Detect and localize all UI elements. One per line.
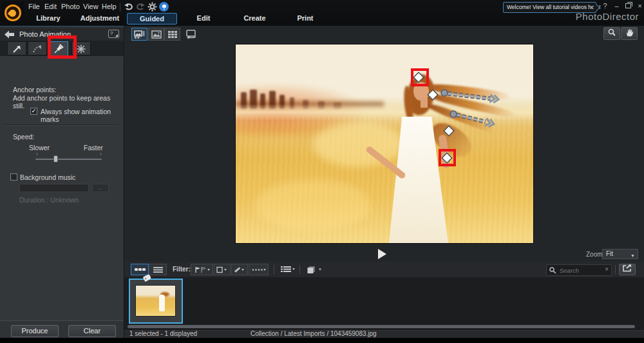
speed-label: Speed: bbox=[13, 133, 34, 141]
list-view-button[interactable] bbox=[149, 264, 167, 275]
toolbar-separator bbox=[274, 265, 274, 274]
tab-adjustment[interactable]: Adjustment bbox=[73, 13, 127, 23]
filmstrip-view-button[interactable] bbox=[131, 264, 149, 275]
back-arrow-icon[interactable] bbox=[5, 30, 15, 38]
undo-icon[interactable] bbox=[124, 2, 134, 12]
tool-tab-motion-arrow[interactable] bbox=[7, 41, 26, 55]
annotation-redbox-anchor-1 bbox=[411, 68, 429, 86]
thumbnail-figure bbox=[159, 295, 165, 311]
settings-gear-icon[interactable] bbox=[147, 2, 158, 12]
produce-button[interactable]: Produce bbox=[11, 325, 59, 337]
tab-library[interactable]: Library bbox=[26, 13, 71, 23]
menu-view[interactable]: View bbox=[80, 2, 101, 12]
toolbar-separator bbox=[120, 3, 120, 12]
notification-bell-icon[interactable] bbox=[159, 2, 169, 12]
slider-tick-right bbox=[100, 153, 101, 155]
always-show-label: Always show animation marks bbox=[41, 108, 124, 123]
background-music-checkbox[interactable] bbox=[10, 173, 17, 181]
filmstrip-toolbar: Filter: × bbox=[124, 262, 644, 277]
play-button[interactable] bbox=[378, 249, 386, 259]
search-box: × bbox=[546, 264, 612, 276]
stack-button[interactable] bbox=[304, 264, 324, 275]
close-button[interactable]: × bbox=[635, 1, 644, 11]
tool-tab-curved-motion[interactable] bbox=[28, 41, 47, 55]
view-browse-button[interactable] bbox=[131, 28, 147, 41]
file-path-status: Collection / Latest Imports / 1043459083… bbox=[251, 330, 377, 337]
search-icon bbox=[549, 266, 557, 274]
dropdown-arrow-icon: ▼ bbox=[630, 251, 635, 260]
zoom-tool-button[interactable] bbox=[603, 27, 620, 40]
separator bbox=[5, 124, 118, 126]
bell-clapper bbox=[164, 8, 165, 10]
filter-pen-button[interactable] bbox=[231, 264, 248, 275]
title-bar: File Edit Photo View Help Welcome! View … bbox=[0, 0, 644, 26]
menu-help[interactable]: Help bbox=[99, 2, 119, 12]
sort-button[interactable] bbox=[278, 264, 298, 275]
thumbnail-selected[interactable] bbox=[129, 279, 183, 324]
annotation-redbox-anchor-tool bbox=[48, 35, 77, 59]
view-photo-button[interactable] bbox=[148, 28, 164, 41]
restore-icon bbox=[625, 3, 631, 8]
browse-music-button[interactable]: ... bbox=[92, 184, 109, 192]
horizontal-scrollbar[interactable] bbox=[128, 325, 635, 328]
motion-arrow-1 bbox=[441, 90, 499, 103]
filter-label: Filter: bbox=[173, 266, 191, 273]
main-area: Zoom: Fit ▼ Filter: bbox=[124, 26, 644, 338]
background-music-label: Background music bbox=[20, 173, 75, 181]
clear-button[interactable]: Clear bbox=[68, 325, 116, 337]
search-input[interactable] bbox=[558, 266, 601, 275]
section-title: Anchor points: bbox=[13, 86, 56, 93]
speed-slider-track[interactable] bbox=[35, 159, 102, 160]
minimize-button[interactable]: – bbox=[612, 1, 621, 11]
tab-print[interactable]: Print bbox=[289, 13, 322, 23]
photo-animation-panel: Photo Animation ? Anchor points: Add anc… bbox=[0, 26, 124, 338]
view-rotate-button[interactable] bbox=[184, 29, 198, 41]
zoom-fit-dropdown[interactable]: Fit ▼ bbox=[602, 249, 638, 259]
duration-label: Duration : Unknown bbox=[19, 196, 79, 204]
app-brand-title: PhotoDirector bbox=[576, 11, 639, 22]
animation-marks-overlay[interactable] bbox=[236, 44, 533, 243]
photo-preview[interactable] bbox=[236, 44, 533, 243]
photodirector-window: File Edit Photo View Help Welcome! View … bbox=[0, 0, 644, 343]
view-grid-button[interactable] bbox=[164, 28, 180, 41]
thumbnail-image bbox=[136, 286, 175, 316]
hand-tool-button[interactable] bbox=[621, 27, 638, 40]
bell-dome bbox=[162, 5, 166, 8]
filter-label-color-button[interactable] bbox=[214, 264, 231, 275]
menu-file[interactable]: File bbox=[26, 2, 43, 12]
welcome-tooltip-text: Welcome! View all tutorial videos here! bbox=[507, 4, 601, 10]
check-icon: ✓ bbox=[32, 108, 37, 114]
search-clear-icon[interactable]: × bbox=[605, 266, 609, 273]
restore-button[interactable] bbox=[623, 1, 633, 11]
toolbar-separator bbox=[299, 265, 300, 274]
help-button[interactable]: ? bbox=[600, 1, 610, 11]
annotation-redbox-anchor-2 bbox=[439, 149, 456, 166]
app-logo-icon bbox=[1, 1, 24, 24]
redo-icon[interactable] bbox=[135, 2, 146, 12]
tab-guided-active[interactable]: Guided bbox=[127, 13, 177, 24]
speed-max-label: Faster bbox=[84, 144, 103, 152]
toolbar-separator bbox=[615, 265, 616, 274]
menu-edit[interactable]: Edit bbox=[42, 2, 59, 12]
tips-icon[interactable]: ? bbox=[108, 30, 119, 38]
speed-slider-thumb[interactable] bbox=[53, 155, 58, 162]
export-button[interactable] bbox=[619, 264, 636, 275]
always-show-checkbox[interactable]: ✓ bbox=[30, 108, 37, 115]
motion-arrow-2 bbox=[450, 111, 495, 128]
speed-min-label: Slower bbox=[29, 144, 50, 152]
filmstrip bbox=[124, 277, 644, 330]
selection-status: 1 selected - 1 displayed bbox=[129, 330, 197, 337]
window-bottom-edge bbox=[0, 338, 644, 343]
zoom-value: Fit bbox=[606, 250, 613, 257]
filter-flags-button[interactable] bbox=[191, 264, 213, 275]
menu-photo[interactable]: Photo bbox=[59, 2, 82, 12]
panel-body: Anchor points: Add anchor points to keep… bbox=[0, 56, 124, 343]
tab-edit[interactable]: Edit bbox=[187, 13, 220, 23]
music-path-input[interactable] bbox=[19, 184, 89, 192]
slider-tick-left bbox=[37, 153, 37, 155]
filter-rating-button[interactable] bbox=[249, 264, 269, 275]
tab-create[interactable]: Create bbox=[237, 13, 272, 23]
